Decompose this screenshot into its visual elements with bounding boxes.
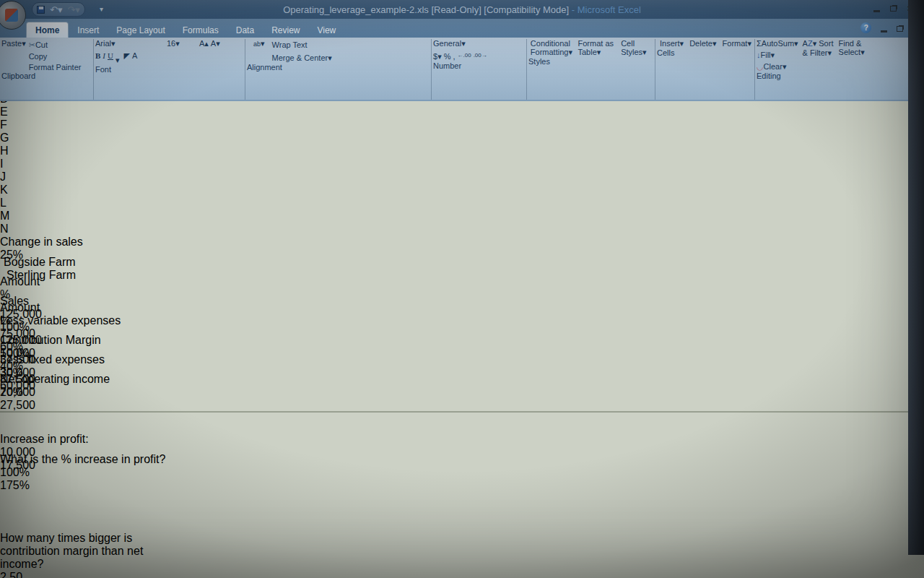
- cell-B19[interactable]: Net operating income: [0, 373, 924, 386]
- sort-filter-button[interactable]: AZ▾ Sort & Filter▾: [803, 39, 834, 72]
- tab-home[interactable]: Home: [26, 22, 69, 38]
- cell-C28[interactable]: 2.50: [0, 571, 924, 578]
- cell-C14[interactable]: Amount: [0, 275, 924, 288]
- ribbon: Paste▾ ✂Cut Copy Format Painter Clipboar…: [0, 38, 924, 101]
- format-painter-button[interactable]: Format Painter: [29, 63, 82, 72]
- grid-row-12: Change in sales 25%: [0, 236, 924, 256]
- redo-icon[interactable]: ↷▾: [67, 4, 79, 15]
- accounting-format-button[interactable]: $▾: [433, 52, 442, 61]
- grid-row-13: Bogside Farm Sterling Farm: [0, 256, 924, 275]
- grid-row-14: Amount % Amount %: [0, 275, 924, 295]
- excel-window: ↶▾ ↷▾ ▾ Operating_leverage_example-2.xls…: [0, 0, 924, 578]
- grid-row-16: Less variable expenses 75,000 60% 37,500…: [0, 314, 924, 334]
- workbook-minimize-button[interactable]: [881, 30, 887, 33]
- worksheet-grid[interactable]: Change in sales 25% Bogside Farm Sterlin…: [0, 236, 924, 578]
- fill-button[interactable]: ↓Fill▾: [757, 51, 798, 60]
- font-color-button[interactable]: A: [132, 51, 137, 65]
- cell-B25[interactable]: What is the % increase in profit?: [0, 453, 167, 466]
- grid-row-17: Contribution Margin 50,000 40% 87,500 70…: [0, 334, 924, 353]
- fill-color-button[interactable]: ◤: [124, 51, 130, 65]
- column-header-F[interactable]: F: [0, 118, 43, 131]
- cut-button[interactable]: ✂Cut: [29, 40, 82, 50]
- save-icon[interactable]: [37, 6, 45, 14]
- cell-B15[interactable]: Sales: [0, 295, 924, 308]
- workbook-restore-button[interactable]: [897, 26, 903, 32]
- column-header-K[interactable]: K: [0, 184, 45, 197]
- paste-button[interactable]: Paste▾: [1, 39, 26, 72]
- find-select-button[interactable]: Find & Select▾: [839, 39, 871, 72]
- group-number: General▾ $▾ % , ←.00 .00→ Number: [433, 39, 527, 100]
- orientation-icon: ab: [253, 40, 261, 48]
- screen-edge: [908, 0, 924, 555]
- wrap-text-button[interactable]: Wrap Text: [272, 40, 332, 49]
- help-icon[interactable]: ?: [860, 22, 871, 33]
- ribbon-tab-row: Home Insert Page Layout Formulas Data Re…: [0, 19, 924, 38]
- conditional-formatting-button[interactable]: Conditional Formatting▾: [531, 39, 574, 57]
- clear-button[interactable]: ◡Clear▾: [757, 62, 798, 72]
- italic-button[interactable]: I: [103, 51, 105, 65]
- shrink-font-button[interactable]: A▾: [211, 39, 220, 48]
- merge-center-button[interactable]: Merge & Center▾: [272, 53, 332, 63]
- column-header-J[interactable]: J: [0, 171, 45, 184]
- increase-decimal-button[interactable]: ←.00: [458, 52, 471, 61]
- format-as-table-button[interactable]: Format as Table▾: [578, 39, 616, 57]
- autosum-button[interactable]: ΣAutoSum▾: [757, 39, 798, 48]
- tab-data[interactable]: Data: [227, 22, 263, 38]
- tab-formulas[interactable]: Formulas: [174, 22, 227, 38]
- column-header-H[interactable]: H: [0, 144, 45, 158]
- clear-icon: ◡: [757, 62, 764, 71]
- copy-button[interactable]: Copy: [29, 52, 82, 61]
- group-editing: ΣAutoSum▾ ↓Fill▾ ◡Clear▾ AZ▾ Sort & Filt…: [757, 39, 881, 100]
- cell-B12[interactable]: Change in sales: [0, 236, 924, 249]
- column-header-I[interactable]: I: [0, 158, 45, 171]
- cell-C13[interactable]: Bogside Farm: [0, 256, 134, 269]
- tab-page-layout[interactable]: Page Layout: [108, 22, 173, 38]
- fill-color-icon: ◤: [124, 51, 130, 60]
- column-header-E[interactable]: E: [0, 105, 84, 118]
- undo-icon[interactable]: ↶▾: [50, 4, 62, 15]
- grid-row-27: [0, 512, 924, 532]
- bold-button[interactable]: B: [95, 51, 100, 65]
- cell-B28[interactable]: How many times bigger is contribution ma…: [0, 532, 167, 571]
- cell-B16[interactable]: Less variable expenses: [0, 314, 924, 327]
- office-logo-icon: [5, 9, 18, 22]
- grow-font-button[interactable]: A▴: [199, 39, 209, 48]
- column-header-N[interactable]: N: [0, 223, 55, 236]
- autosum-icon: Σ: [757, 39, 762, 48]
- group-clipboard: Paste▾ ✂Cut Copy Format Painter Clipboar…: [1, 39, 94, 100]
- number-format-select[interactable]: General▾: [433, 39, 517, 48]
- tab-view[interactable]: View: [308, 22, 344, 38]
- cut-icon: ✂: [29, 40, 35, 49]
- column-header-G[interactable]: G: [0, 131, 45, 144]
- cell-C25[interactable]: 100%: [0, 466, 924, 479]
- restore-button[interactable]: [890, 6, 897, 12]
- decrease-decimal-button[interactable]: .00→: [474, 52, 487, 61]
- column-header-M[interactable]: M: [0, 210, 45, 223]
- customize-qat-icon[interactable]: ▾: [100, 5, 103, 13]
- format-cells-button[interactable]: Format▾: [723, 39, 751, 48]
- orientation-button[interactable]: ab▾: [253, 39, 265, 48]
- percent-style-button[interactable]: %: [444, 52, 451, 61]
- group-styles: Conditional Formatting▾ Format as Table▾…: [528, 39, 655, 100]
- comma-style-button[interactable]: ,: [453, 52, 455, 61]
- insert-cells-button[interactable]: Insert▾: [660, 39, 684, 48]
- grid-row-18: Less fixed expenses 30,000 60,000: [0, 353, 924, 373]
- cell-styles-button[interactable]: Cell Styles▾: [621, 39, 653, 57]
- delete-cells-button[interactable]: Delete▾: [689, 39, 716, 48]
- minimize-button[interactable]: [873, 10, 880, 12]
- font-size-select[interactable]: 16▾: [167, 39, 197, 48]
- cell-B18[interactable]: Less fixed expenses: [0, 353, 924, 366]
- cell-E25[interactable]: 175%: [0, 479, 924, 492]
- underline-button[interactable]: U: [108, 51, 113, 65]
- font-name-select[interactable]: Arial▾: [95, 39, 165, 48]
- sort-filter-icon: AZ▾: [803, 39, 817, 48]
- tab-review[interactable]: Review: [263, 22, 308, 38]
- cell-B17[interactable]: Contribution Margin: [0, 334, 924, 347]
- grid-row-26: [0, 492, 924, 512]
- cell-B24[interactable]: Increase in profit:: [0, 433, 924, 446]
- group-font: Arial▾ 16▾ A▴ A▾ B I U ▾ ◤ A Font: [95, 39, 245, 100]
- grid-row-24: Increase in profit: 10,000 17,500: [0, 433, 924, 453]
- column-header-L[interactable]: L: [0, 197, 45, 210]
- tab-insert[interactable]: Insert: [69, 22, 108, 38]
- grid-row-15: Sales 125,000 100% 125,000 100%: [0, 295, 924, 314]
